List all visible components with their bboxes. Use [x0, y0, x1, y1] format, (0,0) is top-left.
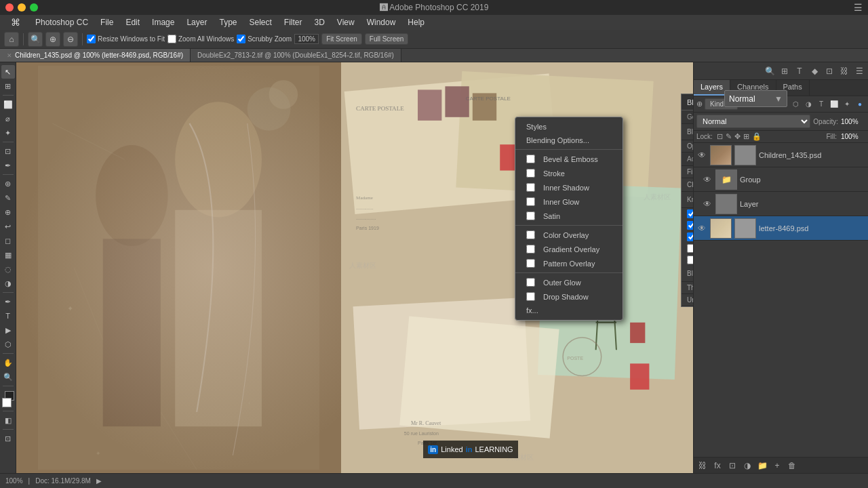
ls-item-bevel[interactable]: Bevel & Emboss: [515, 152, 623, 166]
add-mask-btn[interactable]: ⊡: [726, 460, 738, 472]
stroke-checkbox[interactable]: [526, 169, 535, 178]
title-bar-menu-icon[interactable]: ☰: [854, 2, 863, 13]
zoom-in-button[interactable]: ⊕: [45, 32, 60, 47]
gradient-tool[interactable]: ▦: [1, 248, 15, 262]
new-group-btn[interactable]: 📁: [756, 460, 768, 472]
visibility-icon-layer[interactable]: 👁: [702, 199, 713, 209]
marquee-tool[interactable]: ⬜: [1, 98, 15, 111]
menu-type[interactable]: Type: [214, 16, 242, 28]
lock-pixels-btn[interactable]: ✎: [726, 132, 732, 141]
delete-layer-btn[interactable]: 🗑: [786, 460, 798, 472]
tab-2[interactable]: DoubleEx2_7813-2.tif @ 100% (DoubleEx1_8…: [191, 49, 401, 62]
menu-image[interactable]: Image: [146, 16, 180, 28]
new-layer-btn[interactable]: +: [771, 460, 783, 472]
move-tool[interactable]: ↖: [1, 65, 15, 79]
outer-glow-checkbox[interactable]: [526, 278, 535, 287]
menu-help[interactable]: Help: [402, 16, 430, 28]
menu-file[interactable]: File: [95, 16, 119, 28]
ls-item-stroke[interactable]: Stroke: [515, 166, 623, 180]
lock-position-btn[interactable]: ✥: [734, 132, 741, 141]
magic-wand-tool[interactable]: ✦: [1, 126, 15, 140]
normal-dropdown-arrow[interactable]: ▼: [774, 94, 783, 104]
extra-options-icon[interactable]: ☰: [853, 65, 865, 77]
panel-options-icon[interactable]: T: [793, 65, 806, 77]
filter-smart-icon[interactable]: ✦: [842, 99, 852, 110]
quick-mask-mode[interactable]: ◧: [1, 413, 15, 427]
lock-artboard-btn[interactable]: ⊞: [743, 132, 749, 141]
layer-row-layer[interactable]: 👁 Layer: [694, 192, 868, 216]
filter-px-icon[interactable]: ⬡: [790, 99, 801, 110]
ls-item-drop-shadow[interactable]: Drop Shadow: [515, 289, 623, 304]
satin-checkbox[interactable]: [526, 211, 535, 220]
menu-edit[interactable]: Edit: [120, 16, 145, 28]
blend-mode-select[interactable]: Normal: [696, 115, 810, 128]
dodge-tool[interactable]: ◑: [1, 277, 15, 290]
spot-healing-tool[interactable]: ⊛: [1, 177, 15, 190]
ls-item-color-overlay[interactable]: Color Overlay: [515, 228, 623, 242]
menu-filter[interactable]: Filter: [279, 16, 308, 28]
new-layer-icon[interactable]: ⊞: [778, 65, 791, 77]
new-fill-btn[interactable]: ◑: [741, 460, 753, 472]
transparency-shapes-checkbox[interactable]: [687, 232, 693, 241]
search-panel-icon[interactable]: 🔍: [764, 65, 776, 77]
menu-photoshop[interactable]: Photoshop CC: [30, 16, 94, 28]
crop-tool[interactable]: ⊡: [1, 144, 15, 158]
link-icon[interactable]: ⛓: [838, 65, 850, 77]
ls-item-blending[interactable]: Blending Options...: [515, 134, 623, 147]
layer-row-1[interactable]: 👁 letter-8469.psd: [694, 216, 868, 241]
artboard-tool[interactable]: ⊞: [1, 79, 15, 93]
path-selection-tool[interactable]: ▶: [1, 323, 15, 337]
zoom-input[interactable]: [294, 34, 319, 44]
zoom-out-button[interactable]: ⊖: [63, 32, 78, 47]
visibility-icon-group[interactable]: 👁: [702, 174, 713, 185]
full-screen-button[interactable]: Full Screen: [365, 33, 409, 45]
filter-adj-icon[interactable]: ◑: [803, 99, 814, 110]
visibility-icon-0[interactable]: 👁: [696, 150, 707, 161]
layer-style-popup[interactable]: Styles Blending Options... Bevel & Embos…: [515, 117, 623, 321]
apple-menu[interactable]: ⌘: [5, 16, 26, 29]
eraser-tool[interactable]: ◻: [1, 234, 15, 247]
filter-text-icon[interactable]: T: [816, 99, 827, 110]
menu-3d[interactable]: 3D: [309, 16, 330, 28]
drop-shadow-checkbox[interactable]: [526, 292, 535, 301]
ls-item-styles[interactable]: Styles: [515, 120, 623, 134]
history-brush-tool[interactable]: ↩: [1, 220, 15, 233]
ls-item-inner-glow[interactable]: Inner Glow: [515, 195, 623, 209]
home-button[interactable]: ⌂: [4, 32, 19, 47]
scrubby-zoom-checkbox[interactable]: [237, 35, 245, 43]
hand-tool[interactable]: ✋: [1, 356, 15, 369]
screen-mode[interactable]: ⊡: [1, 432, 15, 445]
menu-view[interactable]: View: [332, 16, 360, 28]
layer-row-group[interactable]: 👁 📁 Group: [694, 167, 868, 192]
eyedropper-tool[interactable]: ✒: [1, 159, 15, 172]
ls-item-pattern-overlay[interactable]: Pattern Overlay: [515, 256, 623, 270]
layer-mask-checkbox[interactable]: [687, 244, 693, 253]
zoom-tool-button[interactable]: 🔍: [28, 32, 43, 47]
brush-tool[interactable]: ✎: [1, 191, 15, 205]
color-overlay-checkbox[interactable]: [526, 230, 535, 239]
inner-shadow-checkbox[interactable]: [526, 183, 535, 192]
menu-select[interactable]: Select: [243, 16, 277, 28]
close-button[interactable]: [5, 3, 14, 12]
blur-tool[interactable]: ◌: [1, 262, 15, 276]
gradient-overlay-checkbox[interactable]: [526, 245, 535, 253]
text-tool[interactable]: T: [1, 309, 15, 323]
menu-layer[interactable]: Layer: [181, 16, 212, 28]
zoom-tool[interactable]: 🔍: [1, 370, 15, 384]
status-arrow[interactable]: ▶: [96, 477, 102, 485]
resize-windows-checkbox[interactable]: [87, 35, 96, 43]
minimize-button[interactable]: [18, 3, 26, 12]
lasso-tool[interactable]: ⌀: [1, 112, 15, 125]
pattern-overlay-checkbox[interactable]: [526, 259, 535, 268]
layer-row-0[interactable]: 👁 Children_1435.psd: [694, 143, 868, 167]
bevel-checkbox[interactable]: [526, 155, 535, 163]
vector-mask-checkbox[interactable]: [687, 256, 693, 264]
clone-stamp-tool[interactable]: ⊕: [1, 205, 15, 219]
background-color[interactable]: [2, 398, 12, 407]
ls-item-gradient-overlay[interactable]: Gradient Overlay: [515, 242, 623, 256]
tab-1[interactable]: ✕ Children_1435.psd @ 100% (letter-8469.…: [0, 49, 191, 62]
filter-shape-icon[interactable]: ⬜: [829, 99, 840, 110]
mask-icon[interactable]: ⊡: [823, 65, 835, 77]
filter-toggle[interactable]: ●: [854, 99, 865, 110]
canvas-area[interactable]: ✦ ✦ ✦ ✦: [16, 62, 693, 473]
